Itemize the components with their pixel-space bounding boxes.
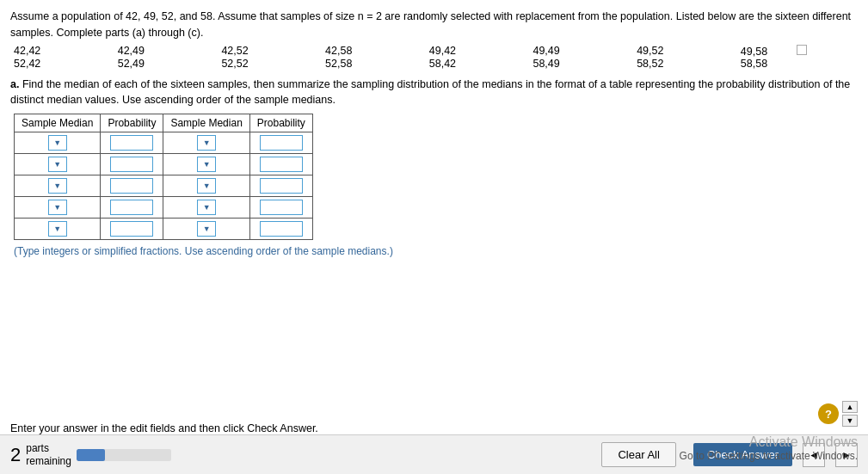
prob-input-9[interactable]: [110, 221, 153, 237]
table-row: [15, 197, 313, 219]
median-dropdown-10[interactable]: [197, 221, 216, 237]
help-button[interactable]: ?: [818, 403, 839, 424]
instruction-text: Enter your answer in the edit fields and…: [10, 422, 318, 434]
median-dropdown-1[interactable]: [48, 135, 67, 151]
sample-6: 49,49: [532, 45, 611, 58]
parts-info: 2 parts remaining: [10, 442, 171, 467]
median-dropdown-7[interactable]: [197, 178, 216, 194]
median-dropdown-cell-9: [15, 219, 101, 240]
col-header-4: Probability: [249, 114, 312, 132]
prob-input-7[interactable]: [260, 178, 303, 194]
sample-5: 49,42: [429, 45, 508, 58]
sample-2: 42,49: [118, 45, 196, 58]
median-dropdown-3[interactable]: [48, 178, 67, 194]
go-to-settings-text: Go to PC settings to activate Windows.: [680, 450, 858, 462]
table-row: [15, 132, 313, 154]
prob-input-cell-8: [249, 197, 312, 219]
sample-4: 42,58: [325, 45, 403, 58]
median-dropdown-cell-2: [15, 154, 101, 175]
median-dropdown-cell-7: [163, 175, 249, 197]
table-row: [15, 154, 313, 175]
sample-11: 52,52: [221, 58, 299, 70]
sample-7: 49,52: [637, 45, 715, 58]
main-content: Assume a population of 42, 49, 52, and 5…: [0, 0, 868, 273]
prob-input-4[interactable]: [110, 200, 153, 215]
progress-bar: [77, 449, 171, 461]
prob-input-cell-9: [101, 219, 163, 240]
prob-input-cell-10: [249, 219, 312, 240]
samples-grid: 42,42 42,49 42,52 42,58 49,42 49,49 49,5…: [14, 45, 858, 70]
prob-input-10[interactable]: [260, 221, 303, 237]
hint-text: (Type integers or simplified fractions. …: [14, 245, 858, 257]
median-dropdown-8[interactable]: [197, 200, 216, 215]
prob-input-3[interactable]: [110, 178, 153, 194]
median-dropdown-4[interactable]: [48, 200, 67, 215]
sample-13: 58,42: [429, 58, 508, 70]
median-dropdown-cell-6: [163, 154, 249, 175]
median-dropdown-cell-8: [163, 197, 249, 219]
parts-number: 2: [10, 446, 21, 465]
clear-all-button[interactable]: Clear All: [601, 442, 675, 467]
prob-input-2[interactable]: [110, 157, 153, 172]
sample-10: 52,49: [118, 58, 196, 70]
sample-16: 58,58: [741, 58, 858, 70]
problem-intro: Assume a population of 42, 49, 52, and 5…: [10, 9, 858, 41]
parts-label: parts remaining: [26, 442, 71, 467]
median-dropdown-6[interactable]: [197, 157, 216, 172]
prob-input-cell-6: [249, 154, 312, 175]
probability-table: Sample Median Probability Sample Median …: [14, 114, 313, 240]
median-dropdown-cell-5: [163, 132, 249, 154]
part-a-description: a. Find the median of each of the sixtee…: [10, 77, 858, 109]
sample-12: 52,58: [325, 58, 403, 70]
scroll-down-button[interactable]: ▼: [842, 415, 858, 427]
median-dropdown-2[interactable]: [48, 157, 67, 172]
sample-14: 58,49: [532, 58, 611, 70]
prob-input-cell-7: [249, 175, 312, 197]
table-row: [15, 219, 313, 240]
prob-input-8[interactable]: [260, 200, 303, 215]
median-dropdown-5[interactable]: [197, 135, 216, 151]
sample-15: 58,52: [637, 58, 715, 70]
col-header-3: Sample Median: [163, 114, 249, 132]
median-dropdown-9[interactable]: [48, 221, 67, 237]
sample-9: 52,42: [14, 58, 92, 70]
scroll-up-button[interactable]: ▲: [842, 401, 858, 413]
sample-3: 42,52: [221, 45, 299, 58]
table-row: [15, 175, 313, 197]
median-dropdown-cell-10: [163, 219, 249, 240]
median-dropdown-cell-4: [15, 197, 101, 219]
prob-input-5[interactable]: [260, 135, 303, 151]
progress-bar-fill: [77, 449, 105, 461]
prob-input-cell-5: [249, 132, 312, 154]
prob-input-cell-3: [101, 175, 163, 197]
prob-input-cell-1: [101, 132, 163, 154]
col-header-1: Sample Median: [15, 114, 101, 132]
prob-input-1[interactable]: [110, 135, 153, 151]
median-dropdown-cell-3: [15, 175, 101, 197]
sample-8: 49,58: [741, 45, 858, 58]
sample-1: 42,42: [14, 45, 92, 58]
col-header-2: Probability: [101, 114, 163, 132]
prob-input-cell-2: [101, 154, 163, 175]
median-dropdown-cell-1: [15, 132, 101, 154]
prob-input-cell-4: [101, 197, 163, 219]
activate-windows-text: Activate Windows: [749, 434, 858, 450]
prob-input-6[interactable]: [260, 157, 303, 172]
